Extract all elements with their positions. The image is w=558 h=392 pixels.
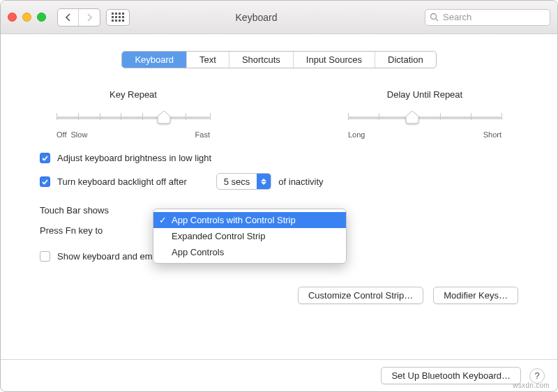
- setup-bluetooth-keyboard-button[interactable]: Set Up Bluetooth Keyboard…: [381, 367, 521, 384]
- pane-content: Keyboard Text Shortcuts Input Sources Di…: [1, 34, 557, 359]
- window-toolbar: Keyboard Search: [1, 1, 557, 34]
- updown-arrows-icon: [257, 174, 271, 189]
- select-value: 5 secs: [217, 174, 257, 189]
- button-label: Modifier Keys…: [444, 290, 508, 301]
- search-input[interactable]: Search: [425, 9, 550, 26]
- show-viewers-checkbox[interactable]: [40, 251, 50, 262]
- button-label: Set Up Bluetooth Keyboard…: [391, 370, 511, 381]
- menu-item-expanded-control-strip[interactable]: Expanded Control Strip: [153, 228, 346, 244]
- checkmark-icon: [41, 178, 49, 186]
- window-footer: Set Up Bluetooth Keyboard… ?: [1, 359, 557, 391]
- auto-brightness-row: Adjust keyboard brightness in low light: [40, 153, 518, 163]
- delay-until-repeat-label: Delay Until Repeat: [348, 89, 502, 100]
- slider-tick-label: Fast: [195, 130, 210, 139]
- backlight-off-checkbox[interactable]: [40, 176, 50, 187]
- zoom-window-icon[interactable]: [37, 13, 46, 22]
- customize-control-strip-button[interactable]: Customize Control Strip…: [298, 287, 423, 304]
- svg-line-1: [436, 19, 438, 21]
- action-buttons-row: Customize Control Strip… Modifier Keys…: [36, 287, 522, 304]
- chevron-left-icon: [66, 13, 71, 22]
- tab-label: Input Sources: [306, 54, 362, 65]
- touch-bar-shows-label: Touch Bar shows: [40, 205, 130, 216]
- key-repeat-label: Key Repeat: [56, 89, 210, 100]
- slider-tick-label: Slow: [70, 130, 87, 139]
- backlight-off-label-pre: Turn keyboard backlight off after: [57, 176, 187, 187]
- minimize-window-icon[interactable]: [22, 13, 31, 22]
- menu-item-label: App Controls with Control Strip: [172, 215, 296, 225]
- svg-point-0: [431, 14, 437, 20]
- fn-key-label: Press Fn key to: [40, 225, 130, 236]
- touch-bar-shows-menu[interactable]: App Controls with Control Strip Expanded…: [153, 209, 347, 264]
- slider-tick-label: Short: [483, 130, 502, 139]
- show-all-button[interactable]: [106, 9, 130, 26]
- slider-tick-label: Long: [348, 130, 365, 139]
- auto-brightness-checkbox[interactable]: [40, 153, 50, 163]
- tab-label: Shortcuts: [242, 54, 280, 65]
- button-label: Customize Control Strip…: [308, 290, 413, 301]
- search-icon: [430, 13, 439, 22]
- modifier-keys-button[interactable]: Modifier Keys…: [433, 287, 518, 304]
- grid-icon: [112, 13, 124, 22]
- sliders-row: Key Repeat OffSlow Fast Delay Until Repe…: [36, 89, 522, 139]
- menu-item-app-controls[interactable]: App Controls: [153, 244, 346, 260]
- slider-knob-icon[interactable]: [157, 110, 171, 124]
- forward-button[interactable]: [79, 9, 100, 26]
- menu-item-label: Expanded Control Strip: [172, 231, 265, 241]
- search-placeholder: Search: [443, 12, 472, 22]
- nav-back-forward: [57, 8, 100, 27]
- back-button[interactable]: [58, 9, 79, 26]
- backlight-delay-select[interactable]: 5 secs: [216, 173, 272, 190]
- help-button[interactable]: ?: [529, 368, 545, 384]
- tab-label: Dictation: [388, 54, 423, 65]
- backlight-off-label-post: of inactivity: [278, 176, 323, 187]
- tab-bar: Keyboard Text Shortcuts Input Sources Di…: [36, 51, 522, 68]
- slider-tick-label: Off: [56, 130, 66, 139]
- backlight-off-row: Turn keyboard backlight off after 5 secs…: [40, 173, 518, 190]
- close-window-icon[interactable]: [8, 13, 17, 22]
- chevron-right-icon: [86, 13, 92, 22]
- checkmark-icon: [41, 154, 49, 162]
- key-repeat-slider[interactable]: [56, 112, 210, 126]
- tab-label: Keyboard: [135, 54, 174, 65]
- menu-item-label: App Controls: [172, 247, 224, 257]
- auto-brightness-label: Adjust keyboard brightness in low light: [57, 153, 211, 163]
- key-repeat-block: Key Repeat OffSlow Fast: [56, 89, 210, 139]
- tab-dictation[interactable]: Dictation: [375, 52, 436, 68]
- window-title: Keyboard: [135, 12, 419, 23]
- menu-item-app-controls-with-strip[interactable]: App Controls with Control Strip: [153, 212, 346, 228]
- slider-knob-icon[interactable]: [405, 110, 419, 124]
- delay-until-repeat-block: Delay Until Repeat Long Short: [348, 89, 502, 139]
- question-icon: ?: [534, 370, 539, 381]
- tab-shortcuts[interactable]: Shortcuts: [229, 52, 294, 68]
- delay-until-repeat-slider[interactable]: [348, 112, 502, 126]
- window-traffic-lights: [8, 13, 46, 22]
- tab-label: Text: [199, 54, 216, 65]
- tab-keyboard[interactable]: Keyboard: [122, 52, 187, 68]
- preferences-window: Keyboard Search Keyboard Text Shortcuts …: [0, 0, 558, 392]
- tab-text[interactable]: Text: [187, 52, 229, 68]
- tab-input-sources[interactable]: Input Sources: [294, 52, 375, 68]
